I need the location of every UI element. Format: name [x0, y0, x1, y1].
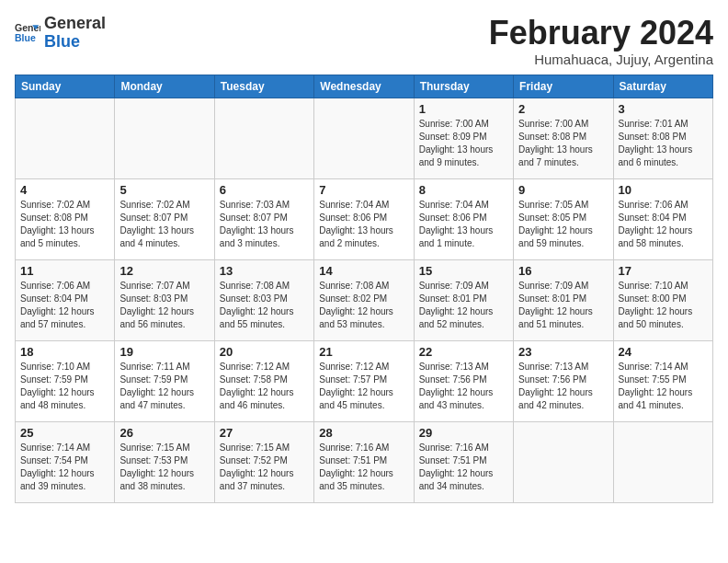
calendar-cell: 17Sunrise: 7:10 AMSunset: 8:00 PMDayligh… — [613, 259, 712, 340]
day-number: 13 — [220, 264, 309, 278]
calendar-cell: 2Sunrise: 7:00 AMSunset: 8:08 PMDaylight… — [514, 98, 613, 178]
day-info: Sunrise: 7:16 AMSunset: 7:51 PMDaylight:… — [419, 442, 508, 493]
svg-text:Blue: Blue — [15, 32, 36, 43]
page-header: General Blue GeneralBlue February 2024 H… — [15, 15, 713, 67]
calendar-cell: 16Sunrise: 7:09 AMSunset: 8:01 PMDayligh… — [514, 259, 613, 340]
day-number: 6 — [220, 183, 309, 197]
calendar-cell: 13Sunrise: 7:08 AMSunset: 8:03 PMDayligh… — [214, 259, 313, 340]
day-info: Sunrise: 7:14 AMSunset: 7:55 PMDaylight:… — [619, 361, 708, 412]
calendar-cell: 3Sunrise: 7:01 AMSunset: 8:08 PMDaylight… — [613, 98, 712, 178]
day-info: Sunrise: 7:00 AMSunset: 8:09 PMDaylight:… — [419, 118, 508, 169]
calendar-cell: 15Sunrise: 7:09 AMSunset: 8:01 PMDayligh… — [414, 259, 513, 340]
calendar-cell: 19Sunrise: 7:11 AMSunset: 7:59 PMDayligh… — [115, 340, 214, 421]
calendar-cell: 25Sunrise: 7:14 AMSunset: 7:54 PMDayligh… — [16, 421, 115, 502]
calendar-cell — [214, 98, 313, 178]
day-info: Sunrise: 7:12 AMSunset: 7:58 PMDaylight:… — [220, 361, 309, 412]
day-number: 21 — [319, 345, 408, 359]
header-thursday: Thursday — [414, 75, 513, 98]
calendar-cell: 14Sunrise: 7:08 AMSunset: 8:02 PMDayligh… — [314, 259, 414, 340]
day-info: Sunrise: 7:14 AMSunset: 7:54 PMDaylight:… — [20, 442, 109, 493]
calendar-cell — [115, 98, 214, 178]
day-number: 25 — [20, 426, 109, 440]
header-wednesday: Wednesday — [314, 75, 414, 98]
day-number: 2 — [518, 102, 608, 116]
day-number: 12 — [119, 264, 209, 278]
header-monday: Monday — [115, 75, 214, 98]
calendar-cell: 29Sunrise: 7:16 AMSunset: 7:51 PMDayligh… — [414, 421, 513, 502]
day-number: 1 — [419, 102, 508, 116]
day-info: Sunrise: 7:10 AMSunset: 7:59 PMDaylight:… — [20, 361, 109, 412]
logo-icon: General Blue — [15, 20, 40, 46]
day-number: 11 — [20, 264, 109, 278]
week-row-1: 1Sunrise: 7:00 AMSunset: 8:09 PMDaylight… — [16, 98, 713, 178]
calendar-cell: 10Sunrise: 7:06 AMSunset: 8:04 PMDayligh… — [613, 178, 712, 259]
calendar-header-row: Sunday Monday Tuesday Wednesday Thursday… — [16, 75, 713, 98]
calendar-cell: 24Sunrise: 7:14 AMSunset: 7:55 PMDayligh… — [613, 340, 712, 421]
day-info: Sunrise: 7:15 AMSunset: 7:53 PMDaylight:… — [119, 442, 209, 493]
day-number: 3 — [619, 102, 708, 116]
day-number: 16 — [518, 264, 608, 278]
day-number: 28 — [319, 426, 408, 440]
calendar-subtitle: Humahuaca, Jujuy, Argentina — [489, 52, 713, 67]
day-number: 14 — [319, 264, 408, 278]
day-info: Sunrise: 7:06 AMSunset: 8:04 PMDaylight:… — [20, 280, 109, 331]
day-number: 18 — [20, 345, 109, 359]
day-info: Sunrise: 7:02 AMSunset: 8:07 PMDaylight:… — [119, 199, 209, 250]
day-info: Sunrise: 7:10 AMSunset: 8:00 PMDaylight:… — [619, 280, 708, 331]
day-info: Sunrise: 7:11 AMSunset: 7:59 PMDaylight:… — [119, 361, 209, 412]
logo-text: GeneralBlue — [44, 15, 106, 52]
day-info: Sunrise: 7:12 AMSunset: 7:57 PMDaylight:… — [319, 361, 408, 412]
day-number: 9 — [518, 183, 608, 197]
week-row-3: 11Sunrise: 7:06 AMSunset: 8:04 PMDayligh… — [16, 259, 713, 340]
calendar-cell: 5Sunrise: 7:02 AMSunset: 8:07 PMDaylight… — [115, 178, 214, 259]
calendar-cell: 20Sunrise: 7:12 AMSunset: 7:58 PMDayligh… — [214, 340, 313, 421]
day-number: 15 — [419, 264, 508, 278]
calendar-cell: 12Sunrise: 7:07 AMSunset: 8:03 PMDayligh… — [115, 259, 214, 340]
calendar-cell — [16, 98, 115, 178]
day-number: 24 — [619, 345, 708, 359]
week-row-5: 25Sunrise: 7:14 AMSunset: 7:54 PMDayligh… — [16, 421, 713, 502]
day-number: 8 — [419, 183, 508, 197]
logo: General Blue GeneralBlue — [15, 15, 106, 52]
week-row-2: 4Sunrise: 7:02 AMSunset: 8:08 PMDaylight… — [16, 178, 713, 259]
day-info: Sunrise: 7:05 AMSunset: 8:05 PMDaylight:… — [518, 199, 608, 250]
calendar-cell: 9Sunrise: 7:05 AMSunset: 8:05 PMDaylight… — [514, 178, 613, 259]
day-info: Sunrise: 7:09 AMSunset: 8:01 PMDaylight:… — [518, 280, 608, 331]
day-info: Sunrise: 7:09 AMSunset: 8:01 PMDaylight:… — [419, 280, 508, 331]
calendar-cell — [314, 98, 414, 178]
calendar-cell: 1Sunrise: 7:00 AMSunset: 8:09 PMDaylight… — [414, 98, 513, 178]
day-number: 17 — [619, 264, 708, 278]
day-info: Sunrise: 7:01 AMSunset: 8:08 PMDaylight:… — [619, 118, 708, 169]
day-number: 26 — [119, 426, 209, 440]
day-info: Sunrise: 7:08 AMSunset: 8:03 PMDaylight:… — [220, 280, 309, 331]
day-info: Sunrise: 7:13 AMSunset: 7:56 PMDaylight:… — [518, 361, 608, 412]
day-info: Sunrise: 7:03 AMSunset: 8:07 PMDaylight:… — [220, 199, 309, 250]
day-number: 10 — [619, 183, 708, 197]
calendar-cell: 28Sunrise: 7:16 AMSunset: 7:51 PMDayligh… — [314, 421, 414, 502]
calendar-cell: 4Sunrise: 7:02 AMSunset: 8:08 PMDaylight… — [16, 178, 115, 259]
day-info: Sunrise: 7:16 AMSunset: 7:51 PMDaylight:… — [319, 442, 408, 493]
day-info: Sunrise: 7:15 AMSunset: 7:52 PMDaylight:… — [220, 442, 309, 493]
day-info: Sunrise: 7:00 AMSunset: 8:08 PMDaylight:… — [518, 118, 608, 169]
calendar-cell: 11Sunrise: 7:06 AMSunset: 8:04 PMDayligh… — [16, 259, 115, 340]
day-info: Sunrise: 7:13 AMSunset: 7:56 PMDaylight:… — [419, 361, 508, 412]
calendar-cell: 6Sunrise: 7:03 AMSunset: 8:07 PMDaylight… — [214, 178, 313, 259]
calendar-cell: 8Sunrise: 7:04 AMSunset: 8:06 PMDaylight… — [414, 178, 513, 259]
day-number: 27 — [220, 426, 309, 440]
calendar-cell: 27Sunrise: 7:15 AMSunset: 7:52 PMDayligh… — [214, 421, 313, 502]
calendar-cell — [514, 421, 613, 502]
header-tuesday: Tuesday — [214, 75, 313, 98]
header-saturday: Saturday — [613, 75, 712, 98]
calendar-cell: 21Sunrise: 7:12 AMSunset: 7:57 PMDayligh… — [314, 340, 414, 421]
day-number: 5 — [119, 183, 209, 197]
calendar-table: Sunday Monday Tuesday Wednesday Thursday… — [15, 75, 713, 503]
day-number: 19 — [119, 345, 209, 359]
day-info: Sunrise: 7:08 AMSunset: 8:02 PMDaylight:… — [319, 280, 408, 331]
day-number: 23 — [518, 345, 608, 359]
calendar-cell: 26Sunrise: 7:15 AMSunset: 7:53 PMDayligh… — [115, 421, 214, 502]
day-info: Sunrise: 7:06 AMSunset: 8:04 PMDaylight:… — [619, 199, 708, 250]
day-info: Sunrise: 7:04 AMSunset: 8:06 PMDaylight:… — [319, 199, 408, 250]
day-number: 7 — [319, 183, 408, 197]
week-row-4: 18Sunrise: 7:10 AMSunset: 7:59 PMDayligh… — [16, 340, 713, 421]
day-number: 20 — [220, 345, 309, 359]
